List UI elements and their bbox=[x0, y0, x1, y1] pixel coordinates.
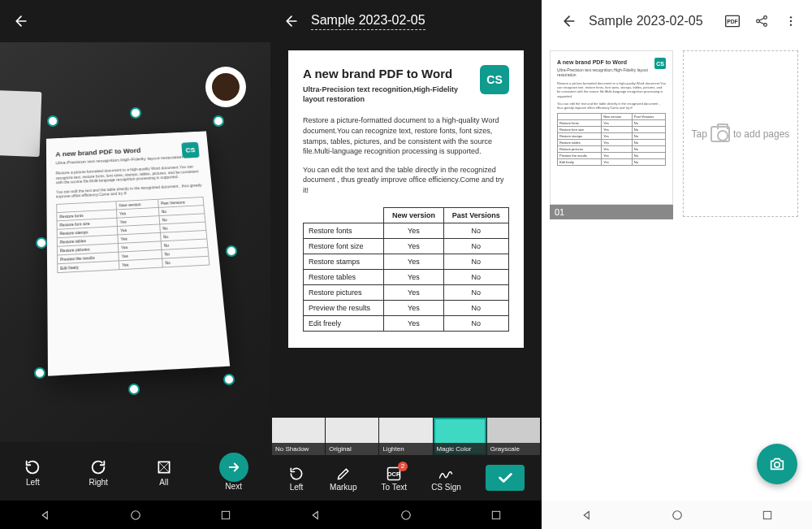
crop-handle[interactable] bbox=[34, 367, 45, 379]
svg-rect-17 bbox=[763, 511, 771, 518]
camera-icon bbox=[710, 126, 730, 142]
android-navbar bbox=[270, 501, 542, 529]
android-navbar bbox=[542, 501, 812, 529]
nav-back-icon[interactable] bbox=[579, 507, 595, 523]
crop-handle[interactable] bbox=[213, 115, 224, 127]
svg-point-14 bbox=[790, 24, 792, 25]
crop-all-label: All bbox=[159, 478, 168, 487]
rotate-left-button[interactable]: Left bbox=[22, 457, 43, 487]
nav-back-icon[interactable] bbox=[308, 507, 324, 523]
to-text-button[interactable]: OCR 2 To Text bbox=[382, 465, 408, 492]
more-icon[interactable] bbox=[780, 10, 802, 33]
back-icon[interactable] bbox=[558, 10, 581, 33]
filter-grayscale[interactable]: Grayscale bbox=[487, 418, 540, 455]
nav-recent-icon[interactable] bbox=[488, 507, 504, 523]
share-icon[interactable] bbox=[750, 10, 773, 33]
svg-text:OCR: OCR bbox=[387, 470, 401, 478]
rotate-left-label: Left bbox=[26, 478, 40, 487]
cs-logo-icon: CS bbox=[480, 65, 509, 94]
mini-table: New versionPast Versions Restore fontsYe… bbox=[56, 197, 209, 273]
crop-handle[interactable] bbox=[128, 384, 140, 395]
crop-all-button[interactable]: All bbox=[153, 457, 175, 487]
rotate-right-label: Right bbox=[89, 478, 107, 487]
document-title[interactable]: Sample 2023-02-05 bbox=[589, 14, 703, 28]
nav-recent-icon[interactable] bbox=[759, 507, 775, 523]
filter-original[interactable]: Original bbox=[326, 418, 378, 455]
svg-point-12 bbox=[790, 16, 792, 18]
nav-home-icon[interactable] bbox=[669, 507, 685, 523]
thumbnail-number: 01 bbox=[550, 205, 673, 219]
crop-handle[interactable] bbox=[47, 115, 58, 127]
filter-strip: No Shadow Original Lighten Magic Color G… bbox=[270, 418, 542, 455]
svg-point-15 bbox=[775, 462, 780, 467]
document-preview: CS A new brand PDF to Word Ultra-Precisi… bbox=[270, 42, 542, 418]
next-label: Next bbox=[225, 482, 242, 491]
add-pages-tile[interactable]: Tap to add pages bbox=[683, 50, 798, 217]
to-text-badge: 2 bbox=[398, 462, 408, 471]
android-navbar bbox=[0, 501, 270, 529]
markup-button[interactable]: Markup bbox=[330, 465, 356, 492]
svg-point-16 bbox=[672, 510, 681, 519]
back-icon[interactable] bbox=[10, 10, 32, 33]
page-thumbnail[interactable]: CS A new brand PDF to Word Ultra-Precisi… bbox=[550, 50, 673, 219]
crop-handle[interactable] bbox=[36, 237, 47, 249]
camera-fab[interactable] bbox=[757, 444, 797, 484]
svg-text:PDF: PDF bbox=[727, 19, 737, 24]
svg-point-13 bbox=[790, 20, 792, 22]
doc-subtitle: Ultra-Precision text recognition,High-Fi… bbox=[303, 85, 465, 104]
doc-table: New versionPast Versions Restore fontsYe… bbox=[303, 207, 509, 332]
document-title[interactable]: Sample 2023-02-05 bbox=[311, 13, 425, 30]
crop-handle[interactable] bbox=[226, 245, 237, 257]
nav-home-icon[interactable] bbox=[127, 507, 144, 523]
pdf-icon[interactable]: PDF bbox=[721, 10, 744, 33]
doc-paragraph: You can edit the text and the table dire… bbox=[303, 165, 509, 196]
next-button[interactable]: Next bbox=[219, 453, 248, 491]
confirm-button[interactable] bbox=[486, 465, 525, 491]
svg-rect-6 bbox=[493, 511, 500, 518]
svg-point-1 bbox=[131, 510, 140, 519]
cs-logo-icon: CS bbox=[181, 142, 200, 158]
cs-sign-button[interactable]: CS Sign bbox=[431, 465, 461, 492]
crop-handle[interactable] bbox=[130, 107, 141, 119]
rotate-left-button[interactable]: Left bbox=[287, 465, 305, 492]
filter-magic-color[interactable]: Magic Color bbox=[434, 418, 486, 455]
doc-paragraph: Restore a picture-formatted document to … bbox=[303, 115, 509, 156]
nav-back-icon[interactable] bbox=[37, 507, 54, 523]
filter-no-shadow[interactable]: No Shadow bbox=[272, 418, 325, 455]
crop-handle[interactable] bbox=[223, 374, 235, 385]
svg-rect-2 bbox=[222, 511, 229, 518]
nav-home-icon[interactable] bbox=[398, 507, 414, 523]
crop-photo-area[interactable]: CS A new brand PDF to Word Ultra-Precisi… bbox=[0, 42, 270, 442]
rotate-right-button[interactable]: Right bbox=[88, 457, 109, 487]
svg-point-5 bbox=[402, 510, 411, 519]
cs-logo-icon: CS bbox=[654, 58, 666, 69]
filter-lighten[interactable]: Lighten bbox=[379, 418, 432, 455]
nav-recent-icon[interactable] bbox=[218, 507, 234, 523]
doc-heading: A new brand PDF to Word bbox=[303, 67, 509, 80]
back-icon[interactable] bbox=[280, 10, 303, 33]
